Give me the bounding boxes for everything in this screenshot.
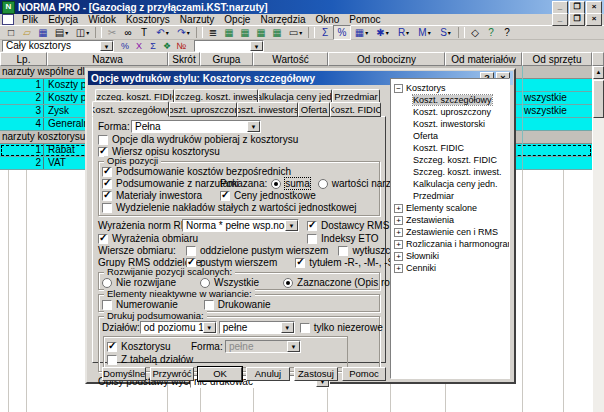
restore-button[interactable]: ❐ [569,1,585,14]
tree-node-koszt-uproszczony[interactable]: Koszt. uproszczony [394,106,509,118]
zaznaczone-radio[interactable] [283,278,293,288]
table-icon[interactable]: ▦ [351,26,372,39]
undo-icon[interactable]: ↶ [152,26,173,39]
tree-node-kalkulacja[interactable]: Kalkulacja ceny jedn. [394,178,509,190]
drukowanie-checkbox[interactable] [204,300,214,310]
column-header-od-robocizny[interactable]: Od robocizny [328,52,445,66]
tree-expand-icon[interactable]: + [394,240,403,249]
menu-item[interactable]: Pomoc [344,14,385,25]
kosztorysu-checkbox[interactable] [107,342,117,352]
view-przedmiar-icon[interactable]: ▦ [237,26,253,39]
tree-expand-icon[interactable]: − [394,84,403,93]
sprzet-icon[interactable]: S [435,26,456,39]
tree-node-zestawienie-cen[interactable]: + Zestawienie cen i RMS [394,226,509,238]
podsumowanie-narzutami-checkbox[interactable] [102,179,112,189]
column-header-wartosc[interactable]: Wartość [253,52,328,66]
wszystkie-radio[interactable] [200,278,210,288]
robocizna-icon[interactable]: R [393,26,414,39]
tytulem-checkbox[interactable] [295,258,305,268]
narzuty-icon[interactable]: % [333,25,351,40]
toolbar-separator[interactable] [458,27,465,38]
menu-item[interactable]: Okno [310,14,344,25]
view-kosztorys-icon[interactable]: ▦ [221,26,237,39]
column-header-od-materialow[interactable]: Od materiałów [445,52,522,66]
materialy-inwestora-checkbox[interactable] [102,191,112,201]
print-preview-icon[interactable]: ◫ [72,26,93,39]
sum-narzuty-icon[interactable]: Σ [146,41,160,52]
tree-node-slowniki[interactable]: + Słowniki [394,250,509,262]
redo-icon[interactable]: ↷ [173,26,194,39]
tree-node-cenniki[interactable]: + Cenniki [394,262,509,274]
sum-icon[interactable]: Σ [317,26,333,39]
menu-item[interactable]: Plik [17,14,43,25]
view-rms-icon[interactable]: ▦ [269,26,285,39]
tab-koszt-szczegolowy[interactable]: Koszt. szczegółowy [92,101,169,117]
insert-position-icon[interactable]: ✱ [372,26,393,39]
poziom-combo[interactable]: od poziomu 10 (wszystkie) [140,321,217,334]
context-help-icon[interactable]: ? [499,26,515,39]
delete-narzut-icon[interactable]: X [132,41,146,52]
tree-node-szczeg-koszt-inwest[interactable]: Szczeg. koszt. inwest. [394,166,509,178]
tylko-niezerowe-checkbox[interactable] [300,323,310,333]
toolbar-separator[interactable] [95,27,102,38]
print-icon[interactable]: ▤ [51,26,72,39]
toolbar-separator[interactable] [308,27,315,38]
menu-item[interactable]: Opcje [219,14,255,25]
tree-node-koszt-fidic[interactable]: Koszt. FIDIC [394,142,509,154]
tab-koszt-uproszczony[interactable]: Koszt. uproszczony [169,102,237,117]
wyrazenia-norm-combo[interactable]: Norma * pełne wsp.norm [182,219,299,232]
tree-expand-icon[interactable]: + [394,252,403,261]
text-icon[interactable]: T [136,26,152,39]
indeksy-eto-checkbox[interactable] [307,234,317,244]
numbering-icon[interactable]: № [174,41,188,52]
save-icon[interactable]: ▦ [35,26,51,39]
outline-view-icon[interactable]: ≣ [205,26,221,39]
column-header-skrot[interactable]: Skrót [168,52,200,66]
search-combo[interactable] [194,40,264,52]
mdi-restore-button[interactable]: ❐ [569,13,585,26]
column-header-nazwa[interactable]: Nazwa [47,52,168,66]
tab-koszt-inwestorski[interactable]: Koszt. inwestorski [237,102,298,117]
anuluj-button[interactable]: Anuluj [246,367,290,381]
column-header-lp[interactable]: Lp. [0,52,47,66]
tree-expand-icon[interactable]: + [394,204,403,213]
pelne-combo[interactable]: pełne [219,321,295,334]
tree-node-elementy-scalone[interactable]: + Elementy scalone [394,202,509,214]
pomoc-button[interactable]: Pomoc [342,367,386,381]
tab-oferta[interactable]: Oferta [298,102,330,117]
menu-item[interactable]: Narzędzia [255,14,310,25]
vertical-scrollbar[interactable]: ▲ [592,66,604,412]
mdi-close-button[interactable]: × [586,13,602,26]
tab-szczeg-koszt-inwest[interactable]: Szczeg. koszt. inwest. [174,89,258,102]
suma-radio[interactable] [271,179,281,189]
tree-node-zestawienia[interactable]: + Zestawienia [394,214,509,226]
tree-expand-icon[interactable]: + [394,264,403,273]
tab-koszt-fidic[interactable]: Koszt. FIDIC [330,102,381,117]
column-header-grupa[interactable]: Grupa [200,52,253,66]
opcje-pobieraj-checkbox[interactable] [98,135,108,145]
tree-node-koszt-inwestorski[interactable]: Koszt. inwestorski [394,118,509,130]
tab-kalkulacja-ceny-jedn[interactable]: Kalkulacja ceny jedn. [258,89,332,102]
menu-item[interactable]: Narzuty [175,14,219,25]
ceny-jednostkowe-checkbox[interactable] [220,191,230,201]
column-header-od-sprzetu[interactable]: Od sprzętu [522,52,592,66]
numerowanie-checkbox[interactable] [102,300,112,310]
help-icon[interactable]: ? [483,26,499,39]
wyrazenia-obmiaru-checkbox[interactable] [98,234,108,244]
przywroc-button[interactable]: Przywróć [150,367,194,381]
new-document-icon[interactable]: □ [3,26,19,39]
tree-node-koszt-szczegolowy[interactable]: Koszt. szczegółowy [394,94,509,106]
scroll-up-icon[interactable]: ▲ [593,66,604,79]
materialy-icon[interactable]: M [414,26,435,39]
tree-node-oferta[interactable]: Oferta [394,130,509,142]
forma-combo[interactable]: Pełna [131,120,261,133]
nie-rozwijane-radio[interactable] [102,278,112,288]
mdi-document-icon[interactable] [2,14,14,25]
view-zestawienia-icon[interactable]: ▦ [253,26,269,39]
wytluszczone-checkbox[interactable] [338,246,348,256]
palette-icon[interactable]: ❖ [160,41,174,52]
menu-item[interactable]: Widok [83,14,121,25]
cut-icon[interactable]: ✂ [104,26,120,39]
tree-node-rozliczania[interactable]: + Rozliczania i harmonogramowanie [394,238,509,250]
tab-przedmiar[interactable]: Przedmiar [332,89,380,102]
